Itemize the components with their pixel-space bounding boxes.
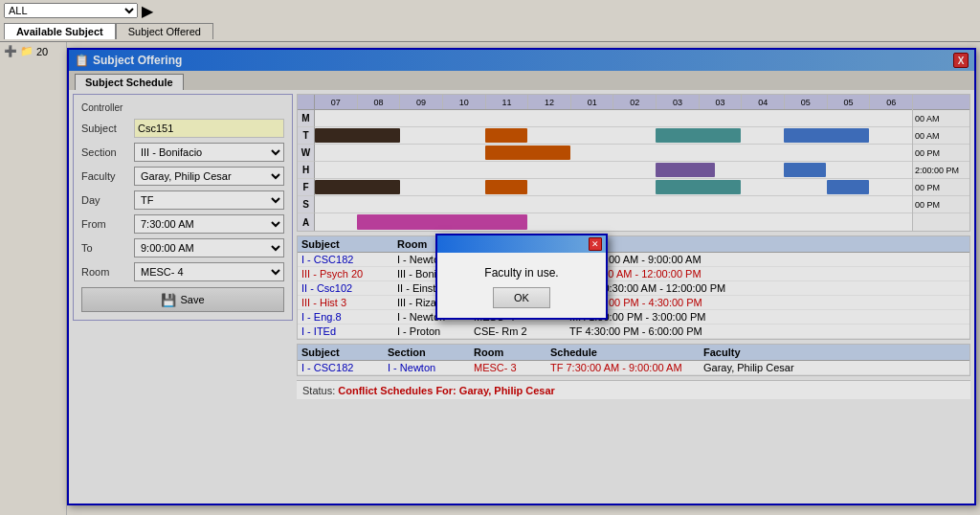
- top-dropdown[interactable]: ALL: [4, 3, 138, 18]
- tab-bar: Available Subject Subject Offered: [0, 21, 980, 41]
- tab-subject-offered[interactable]: Subject Offered: [116, 23, 213, 39]
- expand-icon: ➕: [4, 45, 17, 57]
- modal-overlay: ✕ Faculty in use. OK: [69, 50, 974, 504]
- modal-ok-button[interactable]: OK: [493, 287, 550, 308]
- faculty-in-use-dialog: ✕ Faculty in use. OK: [435, 234, 608, 320]
- modal-title-bar: ✕: [437, 235, 606, 253]
- modal-body: Faculty in use. OK: [437, 253, 606, 318]
- subject-offering-window: 📋 Subject Offering X Subject Schedule Co…: [67, 48, 976, 505]
- top-area: ALL ▶ Available Subject Subject Offered: [0, 0, 980, 42]
- top-row1: ALL ▶: [0, 0, 980, 21]
- left-sidebar: ➕ 📁 20: [0, 42, 67, 515]
- sidebar-item-label: 20: [36, 46, 48, 57]
- modal-close-button[interactable]: ✕: [589, 237, 602, 251]
- folder-icon: 📁: [20, 45, 33, 57]
- tab-available-subject[interactable]: Available Subject: [4, 23, 116, 39]
- modal-message: Faculty in use.: [484, 266, 558, 280]
- go-icon[interactable]: ▶: [142, 2, 153, 20]
- sidebar-item-folder[interactable]: ➕ 📁 20: [0, 42, 66, 60]
